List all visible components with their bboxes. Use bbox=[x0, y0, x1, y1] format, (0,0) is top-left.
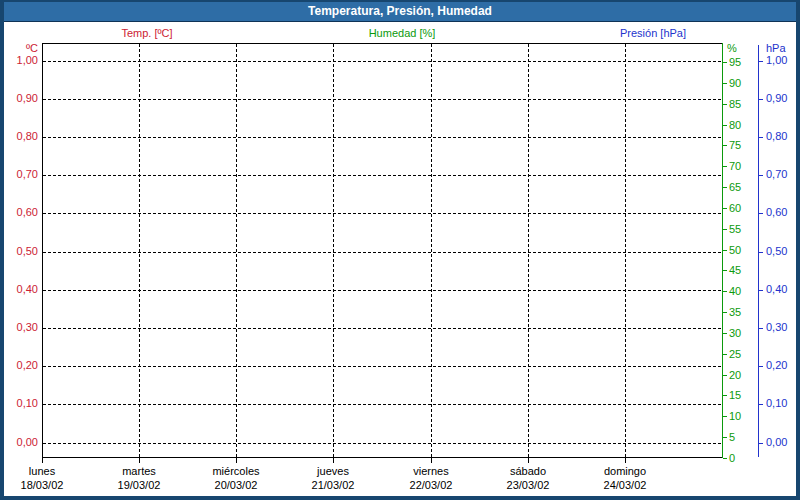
grid-hline bbox=[43, 290, 721, 291]
humidity-axis-tick bbox=[723, 312, 727, 313]
pressure-tick-label: 0,20 bbox=[766, 359, 787, 371]
day-name-label: domingo bbox=[577, 465, 673, 477]
humidity-axis-tick bbox=[723, 333, 727, 334]
humidity-axis-tick bbox=[723, 229, 727, 230]
window-border-bottom bbox=[0, 496, 800, 500]
pressure-axis-tick bbox=[759, 290, 763, 291]
day-name-label: miércoles bbox=[188, 465, 284, 477]
pressure-axis-tick bbox=[759, 443, 763, 444]
humidity-tick-label: 35 bbox=[729, 306, 741, 318]
humidity-axis-tick bbox=[723, 375, 727, 376]
pressure-axis-tick bbox=[759, 61, 763, 62]
humidity-axis-tick bbox=[723, 395, 727, 396]
pressure-tick-label: 1,00 bbox=[766, 54, 787, 66]
pressure-tick-label: 0,80 bbox=[766, 130, 787, 142]
humidity-tick-label: 15 bbox=[729, 389, 741, 401]
humidity-tick-label: 60 bbox=[729, 202, 741, 214]
day-name-label: lunes bbox=[0, 465, 90, 477]
app-window: Temperatura, Presión, Humedad Temp. [ºC]… bbox=[0, 0, 800, 500]
humidity-axis-tick bbox=[723, 250, 727, 251]
pressure-axis-tick bbox=[759, 137, 763, 138]
humidity-tick-label: 75 bbox=[729, 139, 741, 151]
pressure-tick-label: 0,70 bbox=[766, 168, 787, 180]
grid-vline bbox=[528, 44, 529, 457]
x-axis-tick bbox=[528, 458, 529, 463]
humidity-axis-tick bbox=[723, 437, 727, 438]
humidity-tick-label: 85 bbox=[729, 98, 741, 110]
humidity-axis-tick bbox=[723, 270, 727, 271]
pressure-tick-label: 0,10 bbox=[766, 397, 787, 409]
pressure-tick-label: 0,00 bbox=[766, 436, 787, 448]
x-axis-tick bbox=[139, 458, 140, 463]
x-axis-tick bbox=[625, 458, 626, 463]
humidity-tick-label: 20 bbox=[729, 369, 741, 381]
day-name-label: jueves bbox=[285, 465, 381, 477]
x-axis-tick bbox=[431, 458, 432, 463]
grid-vline bbox=[431, 44, 432, 457]
humidity-tick-label: 25 bbox=[729, 348, 741, 360]
temp-tick-label: 0,60 bbox=[0, 206, 38, 218]
legend-pressure-label: Presión [hPa] bbox=[620, 27, 686, 39]
temp-tick-label: 0,70 bbox=[0, 168, 38, 180]
humidity-tick-label: 30 bbox=[729, 327, 741, 339]
grid-hline bbox=[43, 366, 721, 367]
day-date-label: 20/03/02 bbox=[188, 479, 284, 491]
grid-hline bbox=[43, 213, 721, 214]
x-axis-tick bbox=[42, 458, 43, 463]
pressure-axis-unit: hPa bbox=[766, 42, 786, 54]
humidity-tick-label: 70 bbox=[729, 160, 741, 172]
humidity-tick-label: 95 bbox=[729, 56, 741, 68]
grid-hline bbox=[43, 404, 721, 405]
humidity-axis-tick bbox=[723, 354, 727, 355]
humidity-tick-label: 50 bbox=[729, 244, 741, 256]
grid-vline bbox=[236, 44, 237, 457]
day-name-label: viernes bbox=[383, 465, 479, 477]
day-name-label: sábado bbox=[480, 465, 576, 477]
grid-hline bbox=[43, 252, 721, 253]
grid-hline bbox=[43, 175, 721, 176]
pressure-axis-tick bbox=[759, 99, 763, 100]
humidity-tick-label: 90 bbox=[729, 77, 741, 89]
day-date-label: 19/03/02 bbox=[91, 479, 187, 491]
grid-vline bbox=[333, 44, 334, 457]
pressure-axis-tick bbox=[759, 366, 763, 367]
pressure-axis-tick bbox=[759, 213, 763, 214]
grid-hline bbox=[43, 99, 721, 100]
temp-tick-label: 1,00 bbox=[0, 54, 38, 66]
pressure-axis-tick bbox=[759, 252, 763, 253]
pressure-tick-label: 0,30 bbox=[766, 321, 787, 333]
temp-tick-label: 0,20 bbox=[0, 359, 38, 371]
humidity-axis-tick bbox=[723, 416, 727, 417]
temp-tick-label: 0,80 bbox=[0, 130, 38, 142]
temp-axis-unit: ºC bbox=[0, 42, 38, 54]
day-date-label: 22/03/02 bbox=[383, 479, 479, 491]
humidity-axis-tick bbox=[723, 145, 727, 146]
day-date-label: 18/03/02 bbox=[0, 479, 90, 491]
humidity-tick-label: 45 bbox=[729, 264, 741, 276]
window-title: Temperatura, Presión, Humedad bbox=[308, 4, 492, 18]
pressure-axis-tick bbox=[759, 404, 763, 405]
humidity-tick-label: 65 bbox=[729, 181, 741, 193]
window-titlebar: Temperatura, Presión, Humedad bbox=[4, 2, 796, 22]
humidity-axis-tick bbox=[723, 166, 727, 167]
grid-hline bbox=[43, 137, 721, 138]
temp-tick-label: 0,90 bbox=[0, 92, 38, 104]
pressure-tick-label: 0,90 bbox=[766, 92, 787, 104]
humidity-tick-label: 55 bbox=[729, 223, 741, 235]
temp-tick-label: 0,40 bbox=[0, 283, 38, 295]
humidity-axis-tick bbox=[723, 83, 727, 84]
day-name-label: martes bbox=[91, 465, 187, 477]
humidity-axis-tick bbox=[723, 208, 727, 209]
x-axis-tick bbox=[236, 458, 237, 463]
day-date-label: 23/03/02 bbox=[480, 479, 576, 491]
humidity-tick-label: 0 bbox=[729, 452, 735, 464]
pressure-axis-tick bbox=[759, 175, 763, 176]
x-axis-tick bbox=[333, 458, 334, 463]
temp-tick-label: 0,00 bbox=[0, 436, 38, 448]
grid-vline bbox=[139, 44, 140, 457]
grid-hline bbox=[43, 443, 721, 444]
humidity-tick-label: 80 bbox=[729, 119, 741, 131]
humidity-axis-tick bbox=[723, 125, 727, 126]
humidity-tick-label: 40 bbox=[729, 285, 741, 297]
pressure-tick-label: 0,60 bbox=[766, 206, 787, 218]
